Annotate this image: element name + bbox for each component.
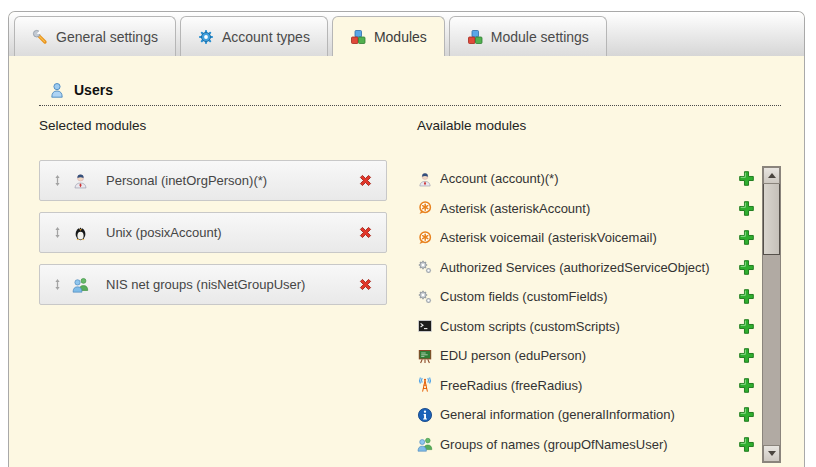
available-modules-scrollbar[interactable]	[762, 166, 781, 463]
gears-icon	[417, 259, 433, 275]
up-arrow-icon	[768, 173, 776, 178]
available-modules-label: Available modules	[417, 118, 781, 133]
tab-module-settings[interactable]: Module settings	[449, 16, 607, 56]
drag-handle-icon[interactable]	[52, 278, 63, 291]
add-module-button[interactable]	[738, 406, 755, 423]
tab-modules[interactable]: Modules	[332, 16, 445, 56]
penguin-icon	[72, 224, 89, 241]
scrollbar-up-button[interactable]	[763, 167, 780, 184]
module-label: NIS net groups (nisNetGroupUser)	[106, 277, 357, 292]
plus-icon	[738, 259, 755, 276]
selected-module-row[interactable]: NIS net groups (nisNetGroupUser)	[39, 264, 387, 305]
drag-handle-icon[interactable]	[52, 226, 63, 239]
scrollbar-track[interactable]	[763, 255, 780, 445]
plus-icon	[738, 406, 755, 423]
available-modules-list: Account (account)(*) Asterisk (asteriskA…	[417, 164, 755, 463]
module-label: EDU person (eduPerson)	[440, 348, 732, 363]
plus-icon	[738, 229, 755, 246]
group-icon	[417, 436, 433, 452]
module-label: FreeRadius (freeRadius)	[440, 378, 732, 393]
module-label: Unix (posixAccount)	[106, 225, 357, 240]
available-module-row: Custom fields (customFields)	[417, 282, 755, 312]
remove-module-button[interactable]	[357, 172, 374, 189]
add-module-button[interactable]	[738, 318, 755, 335]
tab-bar: General settings Account types Modules M…	[9, 12, 804, 56]
plus-icon	[738, 288, 755, 305]
delete-icon	[357, 172, 374, 189]
plus-icon	[738, 436, 755, 453]
selected-module-row[interactable]: Unix (posixAccount)	[39, 212, 387, 253]
add-module-button[interactable]	[738, 436, 755, 453]
add-module-button[interactable]	[738, 200, 755, 217]
plus-icon	[738, 170, 755, 187]
plus-icon	[738, 200, 755, 217]
delete-icon	[357, 224, 374, 241]
add-module-button[interactable]	[738, 347, 755, 364]
available-modules-column: Available modules Account (account)(*) A…	[417, 118, 781, 463]
group-icon	[72, 276, 89, 293]
module-label: Custom fields (customFields)	[440, 289, 732, 304]
terminal-icon	[417, 318, 433, 334]
antenna-icon	[417, 377, 433, 393]
module-label: Authorized Services (authorizedServiceOb…	[440, 260, 732, 275]
modules-icon	[350, 29, 366, 45]
available-module-row: Authorized Services (authorizedServiceOb…	[417, 253, 755, 283]
selected-modules-label: Selected modules	[39, 118, 387, 133]
drag-handle-icon[interactable]	[52, 174, 63, 187]
user-icon	[49, 82, 65, 98]
available-module-row: Asterisk (asteriskAccount)	[417, 194, 755, 224]
asterisk-icon	[417, 200, 433, 216]
section-title: Users	[74, 82, 113, 98]
available-module-row: Groups of names (groupOfNamesUser)	[417, 430, 755, 460]
selected-module-row[interactable]: Personal (inetOrgPerson)(*)	[39, 160, 387, 201]
info-icon	[417, 407, 433, 423]
available-module-row: EDU person (eduPerson)	[417, 341, 755, 371]
remove-module-button[interactable]	[357, 276, 374, 293]
modules-tab-content: Users Selected modules Personal (inetOrg…	[9, 56, 804, 463]
gear-icon	[198, 29, 214, 45]
add-module-button[interactable]	[738, 170, 755, 187]
remove-module-button[interactable]	[357, 224, 374, 241]
available-module-row: General information (generalInformation)	[417, 400, 755, 430]
tab-account-types[interactable]: Account types	[180, 16, 328, 56]
module-label: Asterisk (asteriskAccount)	[440, 201, 732, 216]
settings-panel: General settings Account types Modules M…	[8, 11, 805, 467]
selected-modules-column: Selected modules Personal (inetOrgPerson…	[39, 118, 387, 463]
gears-icon	[417, 289, 433, 305]
available-module-row: Custom scripts (customScripts)	[417, 312, 755, 342]
asterisk-icon	[417, 230, 433, 246]
person-icon	[72, 172, 89, 189]
module-label: Groups of names (groupOfNamesUser)	[440, 437, 732, 452]
chalkboard-icon	[417, 348, 433, 364]
scrollbar-thumb[interactable]	[763, 184, 780, 255]
add-module-button[interactable]	[738, 377, 755, 394]
users-section-heading: Users	[39, 82, 781, 106]
module-label: Asterisk voicemail (asteriskVoicemail)	[440, 230, 732, 245]
add-module-button[interactable]	[738, 288, 755, 305]
module-label: General information (generalInformation)	[440, 407, 732, 422]
down-arrow-icon	[768, 451, 776, 456]
wrench-icon	[32, 29, 48, 45]
available-module-row: Account (account)(*)	[417, 164, 755, 194]
plus-icon	[738, 318, 755, 335]
module-label: Personal (inetOrgPerson)(*)	[106, 173, 357, 188]
person-icon	[417, 171, 433, 187]
selected-modules-list: Personal (inetOrgPerson)(*) Unix (posixA…	[39, 160, 387, 305]
scrollbar-down-button[interactable]	[763, 445, 780, 462]
tab-general-settings[interactable]: General settings	[14, 16, 176, 56]
add-module-button[interactable]	[738, 229, 755, 246]
plus-icon	[738, 377, 755, 394]
module-label: Account (account)(*)	[440, 171, 732, 186]
modules-icon	[467, 29, 483, 45]
delete-icon	[357, 276, 374, 293]
available-module-row: FreeRadius (freeRadius)	[417, 371, 755, 401]
available-module-row: Asterisk voicemail (asteriskVoicemail)	[417, 223, 755, 253]
add-module-button[interactable]	[738, 259, 755, 276]
plus-icon	[738, 347, 755, 364]
module-label: Custom scripts (customScripts)	[440, 319, 732, 334]
